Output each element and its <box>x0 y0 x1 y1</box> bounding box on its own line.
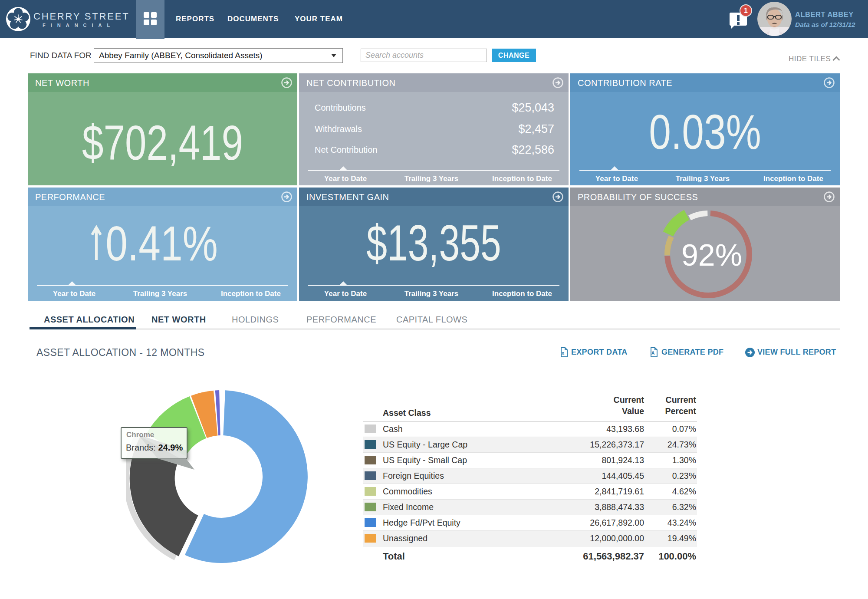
svg-text:x: x <box>562 350 565 355</box>
svg-text:A: A <box>651 351 654 355</box>
